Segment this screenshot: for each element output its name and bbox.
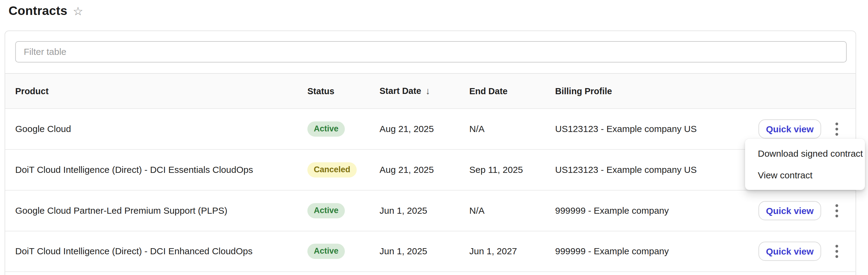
page-header: Contracts ☆ — [8, 4, 83, 18]
table-row: DoiT Cloud Intelligence (Direct) - DCI E… — [5, 231, 856, 272]
cell-status: Active — [307, 203, 345, 218]
quick-view-button[interactable]: Quick view — [758, 201, 821, 220]
menu-item-view-contract[interactable]: View contract — [745, 164, 865, 186]
cell-product: Google Cloud — [15, 124, 71, 134]
status-badge: Active — [307, 203, 345, 218]
table-row: DoiT Cloud Intelligence (Direct) - DCI E… — [5, 150, 856, 191]
column-header-product: Product — [15, 86, 49, 96]
contracts-card: Product Status Start Date ↓ End Date Bil… — [5, 30, 856, 275]
cell-billing-profile: US123123 - Example company US — [555, 165, 696, 175]
column-header-end-date: End Date — [469, 86, 508, 96]
cell-product: DoiT Cloud Intelligence (Direct) - DCI E… — [15, 246, 253, 256]
row-actions-kebab-icon[interactable] — [828, 119, 845, 139]
table-header-row: Product Status Start Date ↓ End Date Bil… — [5, 73, 856, 109]
cell-status: Canceled — [307, 162, 357, 177]
cell-product: DoiT Cloud Intelligence (Direct) - DCI E… — [15, 165, 253, 175]
table-row: Google Cloud Active Aug 21, 2025 N/A US1… — [5, 109, 856, 150]
column-header-start-date[interactable]: Start Date ↓ — [379, 86, 430, 97]
cell-status: Active — [307, 244, 345, 259]
table-row: Google Cloud Partner-Led Premium Support… — [5, 191, 856, 231]
row-actions-menu: Download signed contract View contract — [745, 139, 865, 190]
cell-status: Active — [307, 121, 345, 137]
cell-end-date: N/A — [469, 205, 485, 216]
row-actions-kebab-icon[interactable] — [828, 242, 845, 261]
quick-view-button[interactable]: Quick view — [758, 242, 821, 261]
column-header-billing-profile: Billing Profile — [555, 86, 612, 96]
cell-billing-profile: 999999 - Example company — [555, 205, 669, 216]
cell-product: Google Cloud Partner-Led Premium Support… — [15, 205, 227, 216]
menu-item-download-signed-contract[interactable]: Download signed contract — [745, 143, 865, 164]
filter-table-input[interactable] — [15, 41, 847, 62]
cell-end-date: N/A — [469, 124, 485, 134]
cell-end-date: Sep 11, 2025 — [469, 165, 523, 175]
cell-start-date: Jun 1, 2025 — [379, 205, 427, 216]
column-header-start-date-label: Start Date — [379, 86, 421, 96]
page-title: Contracts — [8, 4, 67, 18]
sort-desc-arrow-icon: ↓ — [426, 86, 430, 97]
cell-start-date: Aug 21, 2025 — [379, 165, 434, 175]
quick-view-button[interactable]: Quick view — [758, 119, 821, 139]
column-header-status: Status — [307, 86, 335, 96]
status-badge: Active — [307, 244, 345, 259]
cell-start-date: Aug 21, 2025 — [379, 124, 434, 134]
status-badge: Canceled — [307, 162, 357, 177]
cell-billing-profile: 999999 - Example company — [555, 246, 669, 256]
status-badge: Active — [307, 121, 345, 137]
cell-start-date: Jun 1, 2025 — [379, 246, 427, 256]
row-actions-kebab-icon[interactable] — [828, 201, 845, 220]
cell-billing-profile: US123123 - Example company US — [555, 124, 696, 134]
favorite-star-icon[interactable]: ☆ — [73, 5, 83, 17]
cell-end-date: Jun 1, 2027 — [469, 246, 517, 256]
